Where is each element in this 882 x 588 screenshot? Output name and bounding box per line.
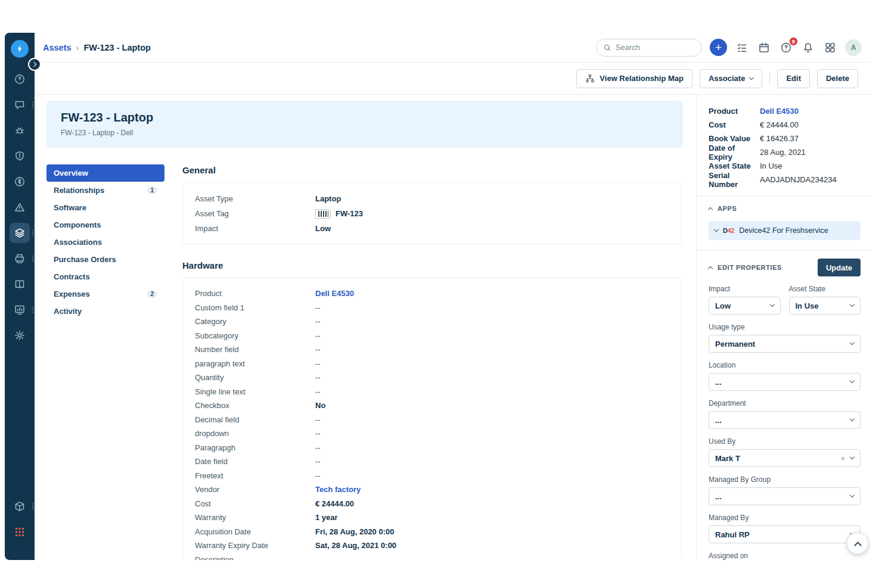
field-row: paragraph text -- [195,357,669,371]
help-button[interactable]: 9 [779,41,793,55]
usage-type-select[interactable]: Permanent [709,335,861,353]
hardware-section-heading: Hardware [182,260,682,270]
relationship-map-icon [585,74,595,83]
field-label: Custom field 1 [195,303,315,312]
field-label: Single line text [195,387,315,396]
apps-switcher-button[interactable] [823,41,837,55]
summary-value: € 24444.00 [760,120,799,129]
rail-item-analytics[interactable] [5,297,35,322]
rail-item-inbox[interactable] [5,92,35,117]
tab-label: Software [54,203,86,212]
edit-properties-toggle[interactable]: EDIT PROPERTIES [709,264,782,271]
breadcrumb-assets-link[interactable]: Assets [43,43,72,52]
summary-row: Serial Number AADJADNJDA234234 [709,173,861,186]
field-label: Vendor [195,485,315,494]
field-row: Subcategory -- [195,329,669,343]
rail-item-knowledge[interactable] [5,271,35,297]
more-dots-icon[interactable] [32,256,33,262]
field-label: Asset Tag [195,209,315,218]
summary-label: Book Value [709,134,760,143]
todo-list-icon [736,42,748,54]
more-dots-icon[interactable] [32,102,33,108]
rail-expand-button[interactable] [29,59,40,70]
edit-button[interactable]: Edit [777,69,810,88]
help-circle-icon [10,69,30,89]
chevron-down-icon [749,74,754,79]
managed-by-select[interactable]: Rahul RP [709,525,861,543]
associate-button[interactable]: Associate [700,69,762,88]
clear-selection-icon[interactable]: × [840,454,845,463]
new-item-button[interactable]: + [710,39,727,56]
rail-item-help[interactable] [5,66,35,92]
update-button[interactable]: Update [818,259,861,276]
delete-button[interactable]: Delete [817,69,858,88]
department-label: Department [709,399,861,407]
user-avatar[interactable]: A [845,39,862,56]
field-value: -- [315,317,321,326]
scroll-to-top-button[interactable] [847,533,868,554]
chevron-down-icon [769,302,774,307]
asset-tab[interactable]: Relationships 1 [46,182,164,199]
layers-icon [10,223,30,243]
field-row: Warranty Expiry Date Sat, 28 Aug, 2021 0… [195,539,669,553]
location-select[interactable]: ... [709,373,861,391]
asset-tab[interactable]: Contracts [46,268,164,285]
asset-tab[interactable]: Components [46,216,164,234]
notifications-button[interactable] [801,41,815,55]
rail-item-packages[interactable] [5,493,35,519]
rail-item-switcher[interactable] [5,519,35,545]
more-dots-icon[interactable] [32,503,33,509]
impact-select[interactable]: Low [709,297,781,315]
rail-item-automation[interactable] [5,117,35,143]
department-select[interactable]: ... [709,411,861,429]
device42-app-row[interactable]: D42 Device42 For Freshservice [709,221,861,240]
more-dots-icon[interactable] [32,230,33,236]
asset-tab[interactable]: Software [46,199,164,216]
freshservice-logo[interactable] [11,40,29,58]
summary-value: In Use [760,161,782,170]
search-input[interactable] [616,43,695,52]
chevron-down-icon [714,227,719,232]
todo-list-button[interactable] [735,41,749,55]
tab-count-badge: 2 [147,290,157,298]
rail-item-settings[interactable] [5,322,35,348]
rail-item-printers[interactable] [5,245,35,271]
asset-tab[interactable]: Overview [46,164,164,182]
field-label: Product [195,289,315,298]
rail-item-alerts[interactable] [5,194,35,220]
apps-section-header[interactable]: APPS [709,205,861,212]
field-label: Quantity [195,373,315,382]
more-dots-icon[interactable] [32,307,33,313]
chevron-down-icon [850,455,855,459]
rail-item-billing[interactable] [5,169,35,194]
rail-nav [5,66,35,545]
global-search[interactable] [596,39,702,57]
asset-summary: Product Dell E4530 Cost € 24444.00 Book … [709,104,861,186]
field-row: Asset Tag FW-123 [195,206,669,221]
view-relationship-map-button[interactable]: View Relationship Map [576,69,692,88]
field-value: 1 year [315,513,338,522]
field-value: Laptop [315,194,341,203]
managed-by-group-select[interactable]: ... [709,487,861,505]
calendar-icon [758,42,770,54]
used-by-select[interactable]: Mark T × [709,449,861,467]
asset-tab[interactable]: Activity [46,303,164,320]
asset-tab[interactable]: Associations [46,234,164,251]
assigned-on-label: Assigned on [709,552,861,560]
asset-tab[interactable]: Purchase Orders [46,251,164,268]
field-row: Cost € 24444.00 [195,497,669,511]
field-row: Acquisition Date Fri, 28 Aug, 2020 0:00 [195,525,669,539]
asset-tab[interactable]: Expenses 2 [46,285,164,303]
device42-app-name: Device42 For Freshservice [739,226,828,235]
field-label: Cost [195,499,315,508]
rail-item-security[interactable] [5,143,35,169]
tab-label: Associations [54,238,102,247]
field-label: Checkbox [195,401,315,410]
field-row: Impact Low [195,221,669,236]
field-row: Category -- [195,315,669,329]
rail-item-assets[interactable] [5,220,35,245]
asset-state-select[interactable]: In Use [789,297,861,315]
summary-row: Date of Expiry 28 Aug, 2021 [709,145,861,159]
hardware-card: Product Dell E4530 Custom field 1 -- [182,278,682,560]
calendar-button[interactable] [757,41,771,55]
